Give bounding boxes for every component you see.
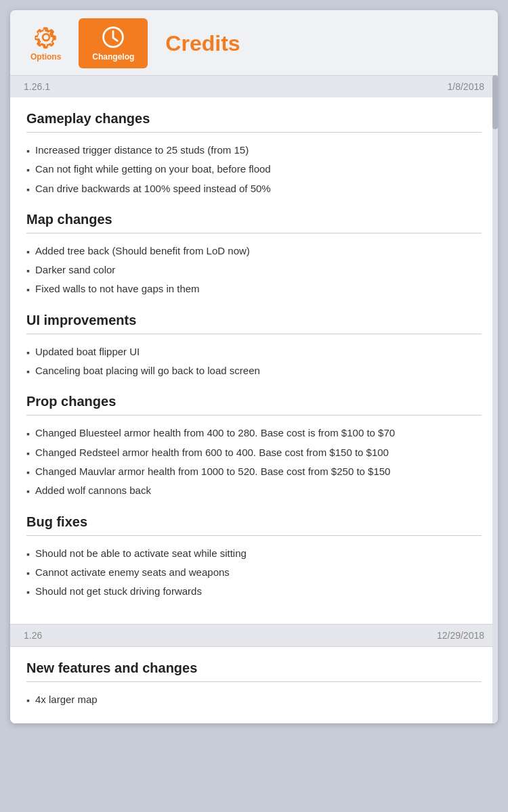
list-item: Can drive backwards at 100% speed instea… bbox=[26, 179, 482, 198]
list-item: Cannot activate enemy seats and weapons bbox=[26, 563, 482, 582]
bullet-list-2: Updated boat flipper UICanceling boat pl… bbox=[26, 342, 482, 381]
section-title-0: Gameplay changes bbox=[26, 111, 482, 127]
clock-icon bbox=[101, 25, 125, 49]
header: Options Changelog Credits bbox=[10, 10, 498, 75]
bullet-list-0: Increased trigger distance to 25 studs (… bbox=[26, 141, 482, 198]
bullet-list-4: Should not be able to activate seat whil… bbox=[26, 544, 482, 602]
version-number-2: 1.26 bbox=[24, 630, 42, 641]
version-date-2: 12/29/2018 bbox=[437, 630, 484, 641]
section-divider-1 bbox=[26, 233, 482, 233]
changelog-label: Changelog bbox=[92, 52, 134, 62]
app-container: Options Changelog Credits 1.26.1 1/8/201… bbox=[10, 10, 498, 723]
section-divider-4 bbox=[26, 535, 482, 536]
section-title-1: Map changes bbox=[26, 212, 482, 227]
version-header-1: 1.26.1 1/8/2018 bbox=[10, 75, 498, 97]
list-item: Changed Mauvlar armor health from 1000 t… bbox=[26, 462, 482, 481]
changelog-content-1: Gameplay changesIncreased trigger distan… bbox=[10, 97, 498, 624]
section-divider-3 bbox=[26, 415, 482, 415]
options-label: Options bbox=[30, 52, 61, 62]
section-title-3: Prop changes bbox=[26, 394, 482, 409]
list-item: Can not fight while getting on your boat… bbox=[26, 160, 482, 179]
list-item: Added wolf cannons back bbox=[26, 481, 482, 500]
version-date-1: 1/8/2018 bbox=[448, 81, 485, 92]
gear-icon bbox=[34, 25, 58, 49]
version-header-2: 1.26 12/29/2018 bbox=[10, 624, 498, 646]
list-item: Should not get stuck driving forwards bbox=[26, 582, 482, 601]
version-number-1: 1.26.1 bbox=[24, 81, 50, 92]
section-title-2: UI improvements bbox=[26, 313, 482, 328]
list-item: Changed Redsteel armor health from 600 t… bbox=[26, 443, 482, 462]
bullet-list-0: 4x larger map bbox=[26, 690, 482, 709]
section-title-4: Bug fixes bbox=[26, 514, 482, 530]
list-item: Updated boat flipper UI bbox=[26, 342, 482, 361]
list-item: Canceling boat placing will go back to l… bbox=[26, 361, 482, 380]
content-area: 1.26.1 1/8/2018 Gameplay changesIncrease… bbox=[10, 75, 498, 723]
bullet-list-1: Added tree back (Should benefit from LoD… bbox=[26, 242, 482, 299]
scrollbar-thumb[interactable] bbox=[492, 75, 498, 129]
list-item: 4x larger map bbox=[26, 690, 482, 709]
list-item: Should not be able to activate seat whil… bbox=[26, 544, 482, 563]
list-item: Fixed walls to not have gaps in them bbox=[26, 279, 482, 298]
section-divider-0 bbox=[26, 132, 482, 133]
scrollbar-track[interactable] bbox=[492, 75, 498, 723]
section-title-0: New features and changes bbox=[26, 660, 482, 676]
changelog-button[interactable]: Changelog bbox=[79, 18, 148, 68]
bullet-list-3: Changed Bluesteel armor health from 400 … bbox=[26, 424, 482, 500]
changelog-content-2: New features and changes4x larger map bbox=[10, 646, 498, 723]
section-divider-2 bbox=[26, 334, 482, 334]
options-button[interactable]: Options bbox=[24, 21, 68, 66]
page-title: Credits bbox=[165, 31, 240, 56]
list-item: Darker sand color bbox=[26, 261, 482, 279]
section-divider-0 bbox=[26, 681, 482, 682]
list-item: Added tree back (Should benefit from LoD… bbox=[26, 242, 482, 261]
list-item: Changed Bluesteel armor health from 400 … bbox=[26, 424, 482, 443]
list-item: Increased trigger distance to 25 studs (… bbox=[26, 141, 482, 160]
